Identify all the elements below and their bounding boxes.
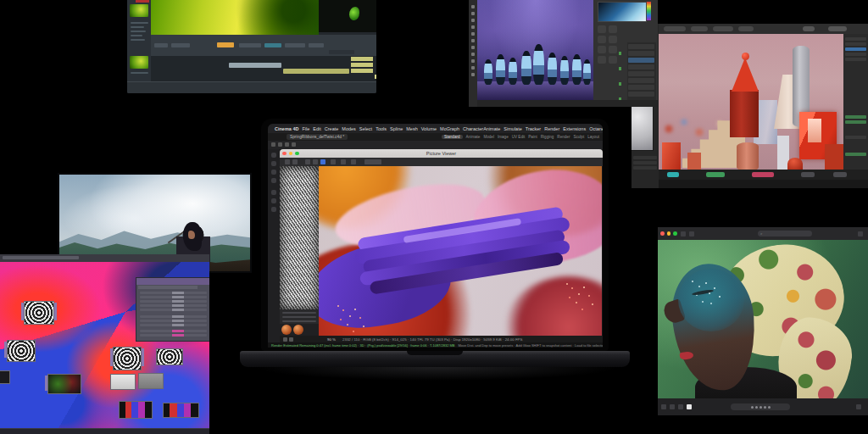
layer-row[interactable] bbox=[628, 92, 654, 97]
menu-item[interactable]: Tools bbox=[376, 126, 387, 131]
crop-tool-icon[interactable] bbox=[471, 25, 475, 29]
clip-thumbnail[interactable] bbox=[130, 4, 148, 17]
node-operator[interactable] bbox=[7, 340, 36, 362]
parameter-row[interactable] bbox=[140, 330, 207, 332]
brush-tool-icon[interactable] bbox=[471, 32, 475, 36]
parameter-row[interactable] bbox=[140, 320, 207, 322]
rating-dot[interactable] bbox=[764, 406, 766, 409]
pen-tool-icon[interactable] bbox=[471, 59, 475, 63]
menu-item[interactable]: Animate bbox=[483, 126, 500, 131]
menu-item[interactable]: Render bbox=[544, 126, 559, 131]
tool-button[interactable] bbox=[285, 43, 305, 47]
parameter-row[interactable] bbox=[140, 300, 207, 303]
node-operator[interactable] bbox=[119, 401, 153, 419]
points-mode-icon[interactable] bbox=[271, 207, 276, 212]
menu-item[interactable]: Character bbox=[463, 126, 483, 131]
layer-eye-icon[interactable] bbox=[619, 52, 621, 55]
header-tab[interactable] bbox=[713, 26, 733, 31]
timeline-clip[interactable] bbox=[229, 63, 281, 68]
adjustment-icon[interactable] bbox=[598, 56, 606, 64]
window-tile-icon[interactable] bbox=[271, 142, 275, 147]
rotate-icon[interactable] bbox=[271, 178, 276, 183]
header-tab[interactable] bbox=[664, 26, 686, 31]
node-network-canvas[interactable] bbox=[0, 262, 209, 428]
layout-tab[interactable]: UV Edit bbox=[512, 135, 526, 139]
move-tool-icon[interactable] bbox=[471, 5, 475, 8]
parameter-row[interactable] bbox=[140, 309, 207, 311]
parameter-value[interactable] bbox=[172, 324, 184, 326]
header-tab[interactable] bbox=[691, 26, 708, 31]
compositing-app-window[interactable] bbox=[127, 0, 376, 93]
menu-item[interactable]: Select bbox=[359, 126, 372, 131]
tool-button[interactable] bbox=[264, 43, 281, 47]
timeline-chip[interactable] bbox=[752, 172, 774, 177]
outliner-row[interactable] bbox=[633, 156, 657, 159]
gradient-tool-icon[interactable] bbox=[471, 53, 475, 56]
tool-button[interactable] bbox=[239, 43, 261, 47]
photo-editor-titlebar[interactable]: ⌕ bbox=[658, 227, 868, 240]
active-tool-button[interactable] bbox=[217, 42, 234, 47]
adjustment-icon[interactable] bbox=[598, 36, 606, 43]
menu-item[interactable]: Extensions bbox=[563, 126, 586, 131]
photo-editor-window[interactable]: ⌕ bbox=[658, 227, 868, 415]
timeline-clip[interactable] bbox=[351, 57, 373, 61]
adjustment-icon[interactable] bbox=[598, 46, 606, 53]
rating-control[interactable] bbox=[731, 403, 790, 410]
property-row[interactable] bbox=[845, 58, 866, 61]
property-row[interactable] bbox=[845, 53, 866, 56]
node-operator[interactable] bbox=[47, 374, 81, 394]
ab-compare-icon[interactable] bbox=[313, 159, 318, 164]
window-tile-icon[interactable] bbox=[292, 142, 296, 147]
timeline-clip[interactable] bbox=[375, 75, 376, 79]
scale-icon[interactable] bbox=[271, 170, 276, 175]
outliner-row[interactable] bbox=[633, 161, 657, 164]
material-sphere[interactable] bbox=[281, 325, 292, 335]
property-row[interactable] bbox=[845, 42, 866, 46]
document-tab[interactable]: SpringRibbons_defTwist.c4d * bbox=[287, 134, 348, 140]
layer-row[interactable] bbox=[628, 64, 654, 70]
layer-eye-icon[interactable] bbox=[619, 67, 621, 70]
field[interactable] bbox=[329, 50, 354, 54]
model-mode-icon[interactable] bbox=[271, 190, 276, 195]
clone-tool-icon[interactable] bbox=[471, 39, 475, 42]
layer-row[interactable] bbox=[628, 51, 654, 56]
header-tab[interactable] bbox=[738, 26, 754, 31]
zoom-tool-icon[interactable] bbox=[471, 73, 475, 76]
adjustment-icon[interactable] bbox=[598, 25, 606, 33]
layer-row[interactable] bbox=[628, 71, 654, 76]
layer-row[interactable] bbox=[628, 44, 654, 49]
zoom-level[interactable]: 90 % bbox=[327, 337, 336, 342]
material-sphere[interactable] bbox=[293, 325, 303, 335]
photoshop-window[interactable] bbox=[469, 0, 658, 107]
rating-dot[interactable] bbox=[755, 406, 758, 409]
zoom-button[interactable] bbox=[673, 231, 677, 236]
property-row-green[interactable] bbox=[845, 153, 866, 156]
layout-tab[interactable]: Layout bbox=[587, 135, 599, 139]
eraser-tool-icon[interactable] bbox=[471, 46, 475, 49]
library-icon[interactable] bbox=[661, 404, 666, 409]
adjustment-icon[interactable] bbox=[609, 36, 617, 43]
layout-tab[interactable]: Render bbox=[557, 135, 570, 139]
property-row-green[interactable] bbox=[845, 115, 866, 119]
parameter-value[interactable] bbox=[172, 296, 184, 298]
timeline-clip[interactable] bbox=[351, 63, 373, 67]
node-operator[interactable] bbox=[156, 348, 183, 365]
histogram-icon[interactable] bbox=[305, 159, 310, 164]
slider-row[interactable] bbox=[282, 312, 316, 314]
parameter-value[interactable] bbox=[172, 309, 184, 311]
tool-button[interactable] bbox=[171, 43, 190, 47]
parameter-value[interactable] bbox=[172, 315, 184, 318]
parameter-row[interactable] bbox=[140, 324, 207, 326]
marquee-tool-icon[interactable] bbox=[471, 12, 475, 15]
grid-view-icon[interactable] bbox=[689, 231, 694, 236]
blender-window[interactable] bbox=[632, 24, 868, 188]
property-row[interactable] bbox=[845, 136, 866, 139]
nav-next-icon[interactable] bbox=[289, 337, 293, 342]
parameter-value[interactable] bbox=[172, 292, 184, 294]
layout-tab[interactable]: Animate bbox=[466, 135, 481, 139]
parameter-tabs[interactable] bbox=[138, 286, 198, 289]
menu-item[interactable]: Tracker bbox=[526, 126, 541, 131]
search-field[interactable]: ⌕ bbox=[758, 231, 812, 236]
timeline-chip[interactable] bbox=[706, 172, 725, 177]
layer-row-selected[interactable] bbox=[628, 58, 654, 63]
